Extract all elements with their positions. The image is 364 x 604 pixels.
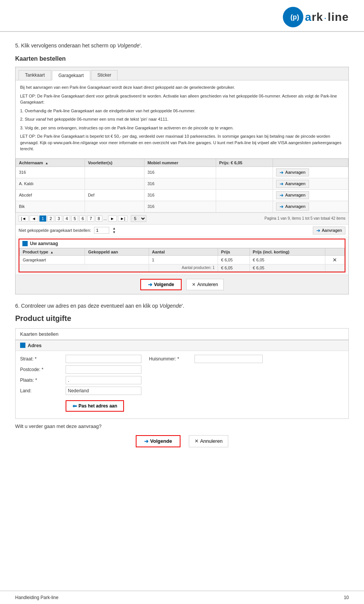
tab-sticker[interactable]: Sticker [91,70,118,80]
postcode-row: Postcode: * [20,365,344,374]
aanvragen-button[interactable]: ➜ Aanvragen [276,168,309,176]
straat-input[interactable] [66,355,141,363]
tab-tankkaart[interactable]: Tankkaart [19,70,51,80]
cell-delete[interactable]: ✕ [325,255,345,264]
postcode-input[interactable] [66,365,141,374]
header: (p) ark·line [0,0,364,32]
info-area: Bij het aanvragen van een Park-line Gara… [16,80,348,159]
col-prijs-incl[interactable]: Prijs (incl. korting) [249,248,325,255]
annuleren-icon: ✕ [192,282,196,287]
tabs-row: Tankkaart Garagekaart Sticker [16,67,348,80]
cell-prijs-incl: € 6,05 [249,255,325,264]
niet-gekoppeld-label: Niet gekoppelde garagekaart bestellen: [19,228,91,233]
table-row: Abcdef Def 316 ➜ Aanvragen [16,189,348,201]
uw-aanvraag-section: Uw aanvraag Product type ▲ Gekoppeld aan… [19,239,345,272]
volgende2-icon: ➜ [144,438,149,444]
tab-garagekaart[interactable]: Garagekaart [52,71,90,80]
page-7-btn[interactable]: 7 [87,215,94,222]
table-row: Bik 316 ➜ Aanvragen [16,201,348,212]
col-gekoppeld[interactable]: Gekoppeld aan [85,248,149,255]
aanvraag-table: Product type ▲ Gekoppeld aan Aantal Prij… [19,248,345,272]
last-page-btn[interactable]: ►| [118,215,128,222]
huisnummer-input[interactable] [195,355,263,363]
cell-mobiel: 316 [144,178,216,189]
annuleren-button-2[interactable]: ✕ Annuleren [189,435,228,447]
plaats-label: Plaats: * [20,378,66,383]
section6-intro: 6. Controleer uw adres en pas deze event… [15,303,349,309]
page-6-btn[interactable]: 6 [79,215,86,222]
cell-aantal: 1 [149,255,218,264]
page-3-btn[interactable]: 3 [55,215,62,222]
info-step1: 1. Overhandig de Park-line Garagekaart a… [20,108,344,114]
arrow-right-icon: ➜ [316,228,320,233]
col-prijs-ex[interactable]: Prijs [218,248,250,255]
pagination-row: |◄ ◄ 1 2 3 4 5 6 7 8 ... ► ►| 5 10 25 Pa… [16,212,348,224]
volgende-button-2[interactable]: ➜ Volgende [136,435,180,447]
annuleren-button[interactable]: ✕ Annuleren [186,279,224,290]
logo: (p) ark·line [283,7,349,27]
total-empty [325,264,345,271]
arrow-right-icon: ➜ [279,170,284,175]
page-1-btn[interactable]: 1 [39,215,46,222]
info-bold1: Bij het aanvragen van een Park-line Gara… [20,84,344,91]
section5-intro: 5. Klik vervolgens onderaan het scherm o… [15,42,349,49]
col-mobiel[interactable]: Mobiel nummer [144,159,216,167]
adres-header: Adres [16,340,348,351]
cell-achternaam: Abcdef [16,189,85,201]
action-buttons-row: ➜ Volgende ✕ Annuleren [16,275,348,294]
col-product-type[interactable]: Product type ▲ [20,248,85,255]
next-page-btn[interactable]: ► [108,215,117,222]
info-step2: 2. Stuur vanaf het gekoppelde 06-nummer … [20,116,344,123]
pas-adres-button[interactable]: ⬅ Pas het adres aan [66,400,124,412]
total-prijs: € 6,05 [218,264,250,271]
table-row: 316 316 ➜ Aanvragen [16,167,348,178]
cell-mobiel: 316 [144,201,216,212]
pagination-info: Pagina 1 van 9, items 1 tot 5 van totaal… [265,216,345,220]
spinner-up-icon[interactable]: ▲▼ [112,226,116,234]
prev-page-btn[interactable]: ◄ [30,215,38,222]
niet-gekoppeld-input[interactable] [94,227,109,234]
cell-prijs [216,189,273,201]
adres-section: Adres Straat: * Huisnummer: * Postcode: … [15,340,349,419]
col-achternaam[interactable]: Achternaam ▲ [16,159,85,167]
col-voorletters[interactable]: Voorletter(s) [85,159,144,167]
cell-achternaam: Bik [16,201,85,212]
arrow-right-icon: ➜ [279,192,284,198]
page-4-btn[interactable]: 4 [63,215,70,222]
logo-text: ark·line [305,11,349,24]
total-prijs-incl: € 6,05 [249,264,325,271]
land-value: Nederland [66,387,141,395]
adres-title: Adres [28,343,42,348]
blue-square-adres-icon [20,343,25,348]
aanvragen-button[interactable]: ➜ Aanvragen [276,180,309,188]
kaarten-bestellen-heading: Kaarten bestellen [15,55,349,62]
aanvragen-button[interactable]: ➜ Aanvragen [276,191,309,199]
info-let1: LET OP: De Park-line Garagekaart dient v… [20,93,344,105]
page-5-btn[interactable]: 5 [71,215,78,222]
pas-adres-icon: ⬅ [72,403,77,409]
cell-achternaam: A. Kaldı [16,178,85,189]
table-row: A. Kaldı 316 ➜ Aanvragen [16,178,348,189]
aanvraag-total-row: Aantal producten: 1 € 6,05 € 6,05 [20,264,345,271]
page-wrapper: (p) ark·line 5. Klik vervolgens onderaan… [0,0,364,604]
niet-aanvragen-button[interactable]: ➜ Aanvragen [313,226,345,234]
niet-gekoppeld-row: Niet gekoppelde garagekaart bestellen: ▲… [16,224,348,236]
page-size-select[interactable]: 5 10 25 [131,215,146,222]
aanvragen-button[interactable]: ➜ Aanvragen [276,203,309,211]
uw-aanvraag-title: Uw aanvraag [30,241,58,246]
cell-voorletters [85,178,144,189]
plaats-input[interactable] [66,376,141,384]
wilt-text: Wilt u verder gaan met deze aanvraag? [15,423,349,429]
col-delete [325,248,345,255]
page-2-btn[interactable]: 2 [47,215,54,222]
cell-mobiel: 316 [144,167,216,178]
first-page-btn[interactable]: |◄ [19,215,28,222]
annuleren2-icon: ✕ [195,438,199,444]
volgende-button[interactable]: ➜ Volgende [140,279,182,290]
col-prijs: Prijs: € 6,05 [216,159,273,167]
volgende-icon: ➜ [148,282,152,288]
arrow-right-icon: ➜ [279,181,284,187]
straat-label: Straat: * [20,356,66,362]
col-aantal[interactable]: Aantal [149,248,218,255]
page-8-btn[interactable]: 8 [96,215,102,222]
